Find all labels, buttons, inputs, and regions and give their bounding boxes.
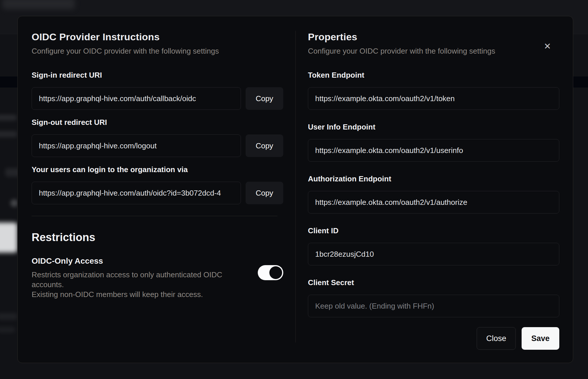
blurred-background-element	[0, 313, 17, 320]
sign-out-redirect-uri-label: Sign-out redirect URI	[32, 118, 283, 127]
copy-login-uri-button[interactable]: Copy	[246, 182, 283, 204]
blurred-background-element	[2, 0, 75, 9]
oidc-settings-modal: ✕ OIDC Provider Instructions Configure y…	[17, 16, 573, 363]
authorization-endpoint-label: Authorization Endpoint	[308, 174, 559, 183]
blurred-background-element	[10, 199, 18, 207]
sign-out-redirect-uri-row: Copy	[32, 134, 283, 157]
oidc-only-access-label: OIDC-Only Access	[32, 256, 251, 266]
sign-out-redirect-uri-input[interactable]	[32, 134, 241, 157]
organization-login-uri-label: Your users can login to the organization…	[32, 165, 283, 174]
oidc-only-access-row: OIDC-Only Access Restricts organization …	[32, 256, 283, 299]
organization-login-uri-input[interactable]	[32, 182, 241, 204]
instructions-subtitle: Configure your OIDC provider with the fo…	[32, 47, 283, 56]
properties-subtitle: Configure your OIDC provider with the fo…	[308, 47, 559, 56]
token-endpoint-input[interactable]	[308, 87, 559, 110]
user-info-endpoint-label: User Info Endpoint	[308, 123, 559, 132]
token-endpoint-label: Token Endpoint	[308, 71, 559, 80]
sign-in-redirect-uri-row: Copy	[32, 87, 283, 110]
properties-title: Properties	[308, 31, 559, 43]
modal-footer: Close Save	[308, 327, 559, 350]
client-secret-field: Client Secret	[308, 278, 559, 317]
save-button[interactable]: Save	[522, 327, 559, 350]
client-id-input[interactable]	[308, 243, 559, 265]
authorization-endpoint-input[interactable]	[308, 191, 559, 214]
sign-in-redirect-uri-input[interactable]	[32, 87, 241, 110]
blurred-background-element	[0, 131, 17, 137]
close-icon[interactable]: ✕	[542, 41, 553, 52]
instructions-title: OIDC Provider Instructions	[32, 31, 283, 43]
toggle-thumb	[269, 266, 282, 279]
oidc-only-access-toggle[interactable]	[258, 265, 283, 280]
properties-section: Properties Configure your OIDC provider …	[296, 16, 573, 363]
close-button[interactable]: Close	[477, 327, 516, 350]
token-endpoint-field: Token Endpoint	[308, 71, 559, 110]
client-secret-input[interactable]	[308, 295, 559, 317]
blurred-background-button	[0, 223, 17, 253]
user-info-endpoint-field: User Info Endpoint	[308, 123, 559, 162]
authorization-endpoint-field: Authorization Endpoint	[308, 174, 559, 214]
section-divider	[32, 216, 277, 216]
organization-login-uri-row: Copy	[32, 182, 283, 204]
client-secret-label: Client Secret	[308, 278, 559, 287]
restrictions-title: Restrictions	[32, 231, 283, 244]
sign-in-redirect-uri-label: Sign-in redirect URI	[32, 71, 283, 80]
user-info-endpoint-input[interactable]	[308, 139, 559, 162]
client-id-label: Client ID	[308, 226, 559, 235]
copy-sign-out-uri-button[interactable]: Copy	[246, 134, 283, 157]
client-id-field: Client ID	[308, 226, 559, 265]
oidc-only-access-description: Restricts organization access to only au…	[32, 270, 251, 299]
blurred-background-element	[0, 327, 15, 333]
blurred-background-element	[0, 115, 17, 121]
oidc-instructions-section: OIDC Provider Instructions Configure you…	[18, 16, 295, 363]
copy-sign-in-uri-button[interactable]: Copy	[246, 87, 283, 110]
